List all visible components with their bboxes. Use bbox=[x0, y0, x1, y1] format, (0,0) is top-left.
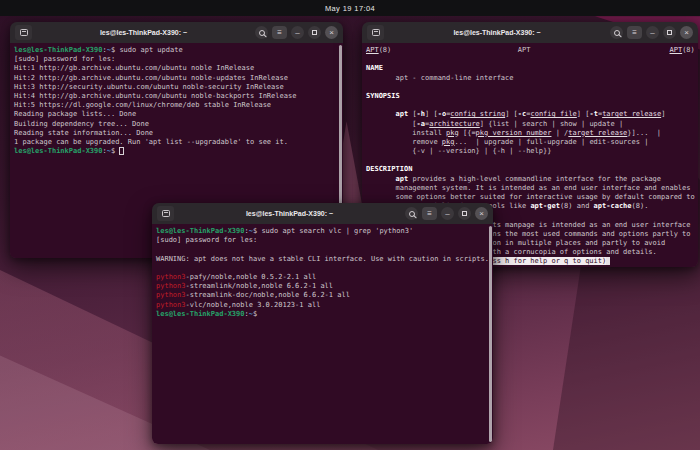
terminal-line: 1 package can be upgraded. Run 'apt list… bbox=[14, 138, 343, 147]
minimize-button[interactable]: – bbox=[291, 26, 304, 39]
search-icon bbox=[614, 30, 620, 36]
terminal-line: Hit:5 https://dl.google.com/linux/chrome… bbox=[14, 101, 343, 110]
terminal-line: Reading state information... Done bbox=[14, 129, 343, 138]
close-button[interactable]: × bbox=[680, 26, 693, 39]
minimize-button[interactable]: – bbox=[441, 207, 454, 220]
maximize-icon bbox=[312, 30, 317, 35]
terminal-line: {-v | --version} | {-h | --help}} bbox=[366, 147, 698, 156]
search-button[interactable] bbox=[255, 26, 268, 39]
maximize-button[interactable] bbox=[458, 207, 471, 220]
terminal-line: WARNING: apt does not have a stable CLI … bbox=[156, 255, 493, 264]
minimize-button[interactable]: – bbox=[646, 26, 659, 39]
menu-button[interactable]: ≡ bbox=[627, 26, 642, 39]
terminal-window-apt-search: les@les-ThinkPad-X390: ~ ≡ – × les@les-T… bbox=[152, 203, 493, 444]
terminal-line: les@les-ThinkPad-X390:~$ bbox=[156, 310, 493, 319]
new-tab-icon bbox=[162, 210, 170, 217]
maximize-button[interactable] bbox=[663, 26, 676, 39]
terminal-line: [-a=architecture] {list | search | show … bbox=[366, 120, 698, 129]
terminal-line: python3-vlc/noble,noble 3.0.20123-1 all bbox=[156, 301, 493, 310]
terminal-line: les@les-ThinkPad-X390:~$ sudo apt update bbox=[14, 46, 343, 55]
terminal-line: Hit:4 http://gb.archive.ubuntu.com/ubunt… bbox=[14, 92, 343, 101]
new-tab-button[interactable] bbox=[367, 25, 384, 40]
terminal-line: les@les-ThinkPad-X390:~$ bbox=[14, 147, 343, 156]
menu-button[interactable]: ≡ bbox=[422, 207, 437, 220]
terminal-line: python3-streamlink/noble,noble 6.6.2-1 a… bbox=[156, 282, 493, 291]
terminal-line: Hit:3 http://security.ubuntu.com/ubuntu … bbox=[14, 83, 343, 92]
terminal-line bbox=[366, 156, 698, 165]
terminal-line: apt [-h] [-o=config_string] [-c=config_f… bbox=[366, 110, 698, 119]
terminal-line: apt provides a high-level commandline in… bbox=[366, 175, 698, 184]
new-tab-icon bbox=[372, 29, 380, 36]
maximize-icon bbox=[667, 30, 672, 35]
terminal-line: NAME bbox=[366, 64, 698, 73]
terminal-line: APT(8) APT APT(8) bbox=[366, 46, 698, 55]
window-title: les@les-ThinkPad-X390: ~ bbox=[388, 29, 606, 36]
terminal-line: les@les-ThinkPad-X390:~$ sudo apt search… bbox=[156, 227, 493, 236]
terminal-output[interactable]: les@les-ThinkPad-X390:~$ sudo apt search… bbox=[152, 224, 493, 444]
terminal-line: SYNOPSIS bbox=[366, 92, 698, 101]
close-button[interactable]: × bbox=[475, 207, 488, 220]
terminal-line: DESCRIPTION bbox=[366, 165, 698, 174]
search-icon bbox=[259, 30, 265, 36]
gnome-top-bar: May 19 17:04 bbox=[0, 0, 700, 16]
scrollbar[interactable] bbox=[489, 226, 492, 442]
new-tab-icon bbox=[20, 29, 28, 36]
maximize-button[interactable] bbox=[308, 26, 321, 39]
terminal-line: Hit:1 http://gb.archive.ubuntu.com/ubunt… bbox=[14, 64, 343, 73]
terminal-line: management system. It is intended as an … bbox=[366, 184, 698, 193]
search-button[interactable] bbox=[610, 26, 623, 39]
titlebar[interactable]: les@les-ThinkPad-X390: ~ ≡ – × bbox=[362, 22, 698, 43]
titlebar[interactable]: les@les-ThinkPad-X390: ~ ≡ – × bbox=[152, 203, 493, 224]
search-icon bbox=[409, 211, 415, 217]
menu-button[interactable]: ≡ bbox=[272, 26, 287, 39]
terminal-line: [sudo] password for les: bbox=[156, 236, 493, 245]
terminal-line: Reading package lists... Done bbox=[14, 110, 343, 119]
terminal-line: Hit:2 http://gb.archive.ubuntu.com/ubunt… bbox=[14, 74, 343, 83]
clock[interactable]: May 19 17:04 bbox=[325, 4, 375, 13]
window-title: les@les-ThinkPad-X390: ~ bbox=[178, 210, 401, 217]
terminal-line bbox=[366, 55, 698, 64]
terminal-line: some options better suited for interacti… bbox=[366, 193, 698, 202]
terminal-line: apt - command-line interface bbox=[366, 74, 698, 83]
close-button[interactable]: × bbox=[325, 26, 338, 39]
window-title: les@les-ThinkPad-X390: ~ bbox=[36, 29, 251, 36]
terminal-line: python3-streamlink-doc/noble,noble 6.6.2… bbox=[156, 291, 493, 300]
terminal-line bbox=[366, 101, 698, 110]
new-tab-button[interactable] bbox=[157, 206, 174, 221]
desktop-screen: May 19 17:04 les@les-ThinkPad-X390: ~ ≡ … bbox=[0, 0, 700, 450]
search-button[interactable] bbox=[405, 207, 418, 220]
new-tab-button[interactable] bbox=[15, 25, 32, 40]
terminal-line bbox=[366, 83, 698, 92]
terminal-line: Building dependency tree... Done bbox=[14, 120, 343, 129]
terminal-line: install pkg [{=pkg_version_number | /tar… bbox=[366, 129, 698, 138]
terminal-line: python3-pafy/noble,noble 0.5.2-2.1 all bbox=[156, 273, 493, 282]
maximize-icon bbox=[462, 211, 467, 216]
titlebar[interactable]: les@les-ThinkPad-X390: ~ ≡ – × bbox=[10, 22, 343, 43]
terminal-line: [sudo] password for les: bbox=[14, 55, 343, 64]
terminal-line: remove pkg... | upgrade | full-upgrade |… bbox=[366, 138, 698, 147]
terminal-line bbox=[156, 264, 493, 273]
terminal-line bbox=[156, 245, 493, 254]
